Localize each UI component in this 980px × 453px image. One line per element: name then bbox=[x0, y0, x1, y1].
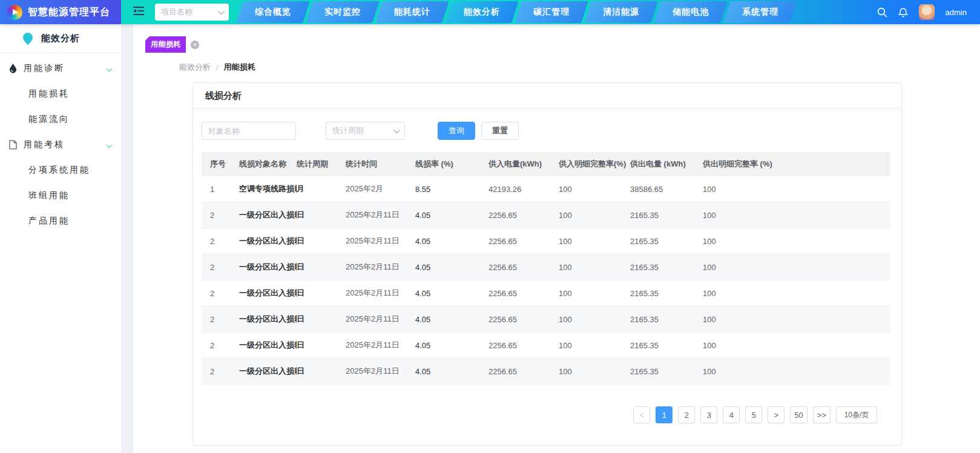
sidebar-group[interactable]: 用能诊断 bbox=[0, 56, 121, 81]
nav-tab[interactable]: 综合概览 bbox=[236, 1, 310, 23]
nav-tab[interactable]: 实时监控 bbox=[306, 1, 380, 23]
nav-tab-label: 清洁能源 bbox=[603, 7, 639, 18]
table-row[interactable]: 2一级分区出入损耗日2025年2月11日4.052256.651002165.3… bbox=[202, 359, 890, 385]
table-row[interactable]: 2一级分区出入损耗日2025年2月11日4.052256.651002165.3… bbox=[202, 332, 890, 359]
table-cell: 2 bbox=[202, 237, 239, 246]
chevron-down-icon bbox=[218, 8, 225, 15]
table-cell: 100 bbox=[703, 237, 890, 246]
location-pin-icon bbox=[22, 32, 33, 45]
pagination-last-page[interactable]: 50 bbox=[790, 406, 807, 423]
nav-tab-label: 能耗统计 bbox=[394, 7, 430, 18]
pagination-forward[interactable]: >> bbox=[813, 406, 830, 423]
sidebar-item-label: 能源流向 bbox=[28, 114, 70, 125]
card-title: 线损分析 bbox=[193, 83, 901, 108]
reset-button[interactable]: 重置 bbox=[481, 122, 519, 140]
nav-tab[interactable]: 系统管理 bbox=[723, 1, 797, 23]
sidebar-title: 能效分析 bbox=[41, 33, 80, 44]
table-cell: 2025年2月11日 bbox=[346, 366, 415, 377]
sidebar-item-label: 分项系统用能 bbox=[28, 165, 90, 176]
period-select[interactable]: 统计周期 bbox=[326, 122, 405, 140]
table-cell: 100 bbox=[703, 315, 890, 324]
pagination-page[interactable]: 1 bbox=[656, 406, 673, 423]
table-cell: 2256.65 bbox=[488, 289, 559, 298]
table-cell: 2165.35 bbox=[630, 289, 703, 298]
card-body: 统计周期 查询 重置 序号线损对象名称统计周期统计时间线损率 (%)供入电量(k… bbox=[193, 108, 901, 445]
table-cell: 2025年2月 bbox=[346, 184, 415, 194]
table-cell: 1 bbox=[202, 185, 239, 194]
table-cell: 2256.65 bbox=[488, 211, 559, 220]
table-column-header: 供出电量 (kWh) bbox=[630, 159, 703, 170]
table-cell: 空调专项线路损耗 bbox=[239, 184, 297, 194]
page-size-select[interactable]: 10条/页 bbox=[836, 406, 877, 423]
sidebar-item[interactable]: 班组用能 bbox=[0, 183, 121, 208]
app-logo-icon bbox=[7, 5, 22, 20]
sidebar-item[interactable]: 产品用能 bbox=[0, 208, 121, 234]
table-cell: 100 bbox=[559, 315, 630, 324]
nav-tab[interactable]: 能耗统计 bbox=[375, 1, 449, 23]
table-cell: 一级分区出入损耗 bbox=[239, 262, 297, 273]
table-row[interactable]: 2一级分区出入损耗日2025年2月11日4.052256.651002165.3… bbox=[202, 280, 890, 306]
sidebar-item-label: 产品用能 bbox=[28, 216, 70, 226]
table-cell: 100 bbox=[703, 289, 890, 298]
table-column-header: 线损对象名称 bbox=[239, 159, 297, 170]
sidebar: 能效分析 用能诊断用能损耗能源流向用能考核分项系统用能班组用能产品用能 bbox=[0, 24, 121, 453]
sidebar-item-label: 班组用能 bbox=[28, 190, 70, 201]
nav-tab[interactable]: 碳汇管理 bbox=[515, 1, 588, 23]
table-cell: 100 bbox=[559, 237, 630, 246]
sidebar-item[interactable]: 用能损耗 bbox=[0, 81, 121, 107]
table-row[interactable]: 2一级分区出入损耗日2025年2月11日4.052256.651002165.3… bbox=[202, 306, 890, 332]
route-tag[interactable]: 用能损耗 bbox=[145, 36, 186, 53]
breadcrumb-current: 用能损耗 bbox=[224, 62, 255, 73]
table-row[interactable]: 2一级分区出入损耗日2025年2月11日4.052256.651002165.3… bbox=[202, 254, 890, 280]
table-cell: 2256.65 bbox=[488, 237, 559, 246]
table-cell: 38586.65 bbox=[630, 185, 703, 194]
table-cell: 2165.35 bbox=[630, 367, 703, 376]
table-cell: 4.05 bbox=[415, 341, 488, 350]
search-button[interactable]: 查询 bbox=[438, 122, 475, 140]
sidebar-item-label: 用能损耗 bbox=[28, 88, 70, 99]
bell-icon[interactable] bbox=[898, 7, 908, 18]
table-cell: 日 bbox=[297, 340, 346, 351]
tag-close-icon[interactable]: ✕ bbox=[191, 41, 199, 49]
table-cell: 4.05 bbox=[415, 237, 488, 246]
pagination-prev[interactable]: < bbox=[633, 406, 650, 423]
droplet-icon bbox=[9, 64, 19, 73]
pagination: <12345>50>>10条/页 bbox=[202, 406, 877, 423]
project-select[interactable]: 项目名称 bbox=[155, 4, 229, 21]
table-cell: 日 bbox=[297, 236, 346, 246]
table-row[interactable]: 1空调专项线路损耗月2025年2月8.5542193.2610038586.65… bbox=[202, 176, 890, 202]
table-cell: 100 bbox=[703, 185, 890, 194]
chevron-down-icon bbox=[107, 65, 113, 71]
main-content: 用能损耗 ✕ 能效分析 / 用能损耗 线损分析 统计周期 查询 重置 序号线损对… bbox=[133, 24, 980, 453]
sidebar-collapse-icon[interactable] bbox=[133, 6, 144, 18]
nav-tab[interactable]: 能效分析 bbox=[445, 1, 519, 23]
nav-tab-label: 实时监控 bbox=[324, 7, 361, 18]
pagination-page[interactable]: 3 bbox=[700, 406, 717, 423]
sidebar-item[interactable]: 能源流向 bbox=[0, 107, 121, 132]
table-cell: 2 bbox=[202, 211, 239, 220]
table-cell: 日 bbox=[297, 314, 346, 325]
table-cell: 100 bbox=[559, 341, 630, 350]
nav-tab[interactable]: 储能电池 bbox=[654, 1, 728, 23]
document-icon bbox=[9, 140, 19, 150]
table-cell: 一级分区出入损耗 bbox=[239, 314, 297, 325]
chevron-down-icon bbox=[393, 127, 400, 133]
table-column-header: 序号 bbox=[202, 159, 239, 170]
sidebar-item[interactable]: 分项系统用能 bbox=[0, 157, 121, 183]
pagination-next[interactable]: > bbox=[768, 406, 784, 423]
table-row[interactable]: 2一级分区出入损耗日2025年2月11日4.052256.651002165.3… bbox=[202, 202, 890, 228]
object-name-input[interactable] bbox=[202, 122, 296, 140]
avatar[interactable] bbox=[919, 4, 935, 20]
nav-tab[interactable]: 清洁能源 bbox=[584, 1, 658, 23]
sidebar-group[interactable]: 用能考核 bbox=[0, 132, 121, 157]
pagination-page[interactable]: 2 bbox=[678, 406, 695, 423]
breadcrumb-parent[interactable]: 能效分析 bbox=[179, 62, 211, 73]
table-cell: 2165.35 bbox=[630, 211, 703, 220]
table-cell: 2025年2月11日 bbox=[346, 210, 415, 220]
pagination-page[interactable]: 4 bbox=[723, 406, 740, 423]
sidebar-gutter bbox=[121, 24, 133, 453]
table-cell: 2 bbox=[202, 263, 239, 272]
search-icon[interactable] bbox=[877, 7, 887, 18]
pagination-page[interactable]: 5 bbox=[745, 406, 762, 423]
table-row[interactable]: 2一级分区出入损耗日2025年2月11日4.052256.651002165.3… bbox=[202, 228, 890, 254]
